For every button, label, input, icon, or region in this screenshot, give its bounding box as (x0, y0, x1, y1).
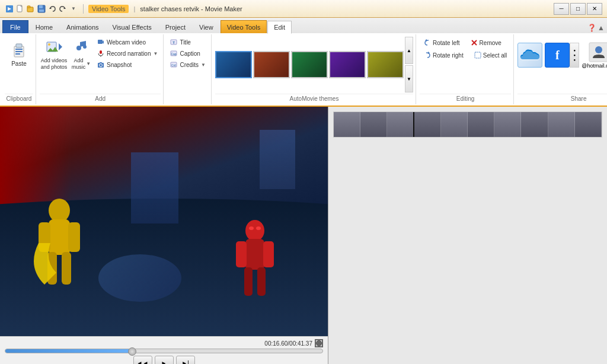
rewind-icon: ◄◄ (137, 360, 149, 365)
onedrive-button[interactable] (517, 43, 542, 68)
share-group: f ●●● @hotmail.com (515, 34, 607, 104)
add-music-dropdown[interactable]: ▼ (86, 61, 91, 67)
editing-label: Editing (420, 94, 511, 103)
add-videos-button[interactable]: Add videosand photos (40, 37, 68, 71)
svg-rect-47 (68, 222, 80, 252)
svg-point-40 (595, 46, 602, 53)
select-all-button[interactable]: Select all (470, 49, 512, 61)
tab-view[interactable]: View (193, 20, 220, 33)
caption-label: Caption (180, 50, 200, 57)
clipboard-group: Paste Clipboard (2, 34, 36, 104)
rewind-button[interactable]: ◄◄ (133, 356, 152, 364)
theme-4[interactable] (329, 51, 366, 78)
expand-ribbon-icon[interactable]: ▲ (598, 24, 605, 32)
theme-3[interactable] (291, 51, 328, 78)
fullscreen-button[interactable] (315, 339, 323, 347)
add-group: Add videosand photos Addmusic ▼ (37, 34, 164, 104)
svg-point-56 (249, 226, 254, 230)
paste-label: Paste (11, 60, 27, 68)
tab-video-tools[interactable]: Video Tools (221, 20, 267, 33)
paste-button[interactable]: Paste (5, 37, 33, 71)
minimize-button[interactable]: ─ (554, 3, 569, 15)
svg-rect-51 (245, 239, 264, 270)
add-music-button[interactable]: Addmusic ▼ (71, 37, 92, 71)
playhead (413, 112, 414, 137)
rotate-right-button[interactable]: Rotate right (420, 49, 468, 61)
themes-label: AutoMovie themes (215, 94, 413, 103)
editing-group: Rotate left Remove (417, 34, 514, 104)
snapshot-label: Snapshot (107, 62, 132, 68)
paste-icon (9, 40, 28, 59)
theme-2[interactable] (253, 51, 290, 78)
svg-marker-22 (103, 40, 104, 44)
window-title: stalker chases retvik - Movie Maker (140, 5, 242, 12)
theme-scroll-down[interactable]: ▼ (405, 65, 413, 92)
credits-dropdown[interactable]: ▼ (201, 62, 206, 68)
progress-thumb[interactable] (128, 347, 136, 356)
progress-bar[interactable] (5, 349, 323, 353)
play-button[interactable]: ► (155, 356, 174, 364)
window-controls: ─ □ ✕ (554, 3, 602, 15)
save-icon[interactable] (37, 4, 46, 14)
svg-rect-14 (15, 53, 20, 55)
tab-project[interactable]: Project (159, 20, 192, 33)
tab-edit[interactable]: Edit (267, 21, 292, 34)
tab-visual-effects[interactable]: Visual Effects (106, 20, 158, 33)
record-dropdown[interactable]: ▼ (153, 51, 158, 56)
title-button[interactable]: T Title (167, 37, 209, 47)
video-placeholder (0, 107, 328, 336)
timeline-track[interactable] (333, 111, 602, 138)
svg-rect-4 (27, 6, 30, 8)
add-label: Add (40, 94, 161, 103)
share-more-button[interactable]: ●●● (570, 43, 579, 68)
title-bar: ▼ Video Tools | stalker chases retvik - … (0, 0, 607, 18)
close-button[interactable]: ✕ (587, 3, 602, 15)
video-preview (0, 107, 328, 336)
tab-file[interactable]: File (2, 20, 28, 33)
svg-rect-52 (236, 241, 247, 267)
svg-marker-16 (59, 43, 62, 50)
svg-text:Crd: Crd (172, 64, 177, 67)
svg-rect-11 (16, 44, 22, 47)
timeline-panel (328, 107, 607, 364)
rotate-right-label: Rotate right (433, 52, 464, 59)
svg-rect-21 (98, 40, 103, 44)
webcam-button[interactable]: Webcam video (94, 37, 161, 47)
select-all-label: Select all (483, 52, 507, 59)
play-icon: ► (161, 360, 167, 365)
save-movie-button[interactable]: @hotmail.com (582, 41, 607, 69)
caption-button[interactable]: Cap Caption (167, 48, 209, 59)
theme-scroll-up[interactable]: ▲ (405, 37, 413, 64)
record-narration-button[interactable]: Record narration ▼ (94, 48, 161, 59)
add-videos-icon (44, 37, 63, 56)
maximize-button[interactable]: □ (570, 3, 586, 15)
more-qa-icon[interactable]: ▼ (69, 4, 78, 14)
remove-button[interactable]: Remove (467, 37, 506, 49)
open-icon[interactable] (26, 4, 36, 14)
credits-button[interactable]: Crd Credits ▼ (167, 59, 209, 70)
editing-row-1: Rotate left Remove (420, 37, 511, 49)
theme-1[interactable] (215, 51, 252, 78)
svg-point-17 (48, 43, 50, 46)
tab-animations[interactable]: Animations (60, 20, 105, 33)
facebook-button[interactable]: f (545, 43, 570, 68)
progress-fill (5, 349, 132, 353)
redo-icon[interactable] (58, 4, 68, 14)
svg-rect-49 (62, 252, 71, 285)
new-icon[interactable] (15, 4, 25, 14)
svg-rect-23 (100, 50, 102, 54)
svg-rect-55 (257, 267, 266, 296)
add-content: Add videosand photos Addmusic ▼ (40, 36, 161, 94)
snapshot-button[interactable]: Snapshot (94, 59, 161, 70)
svg-rect-27 (100, 62, 102, 63)
help-icon[interactable]: ❓ (587, 24, 596, 32)
remove-label: Remove (480, 40, 501, 46)
undo-icon[interactable] (47, 4, 57, 14)
rotate-left-button[interactable]: Rotate left (420, 37, 464, 49)
theme-5[interactable] (367, 51, 404, 78)
tab-bar: File Home Animations Visual Effects Proj… (0, 18, 607, 33)
tab-home[interactable]: Home (29, 20, 59, 33)
themes-content: ▲ ▼ (215, 36, 413, 94)
app-icon (5, 4, 14, 14)
forward-button[interactable]: ►| (176, 356, 195, 364)
